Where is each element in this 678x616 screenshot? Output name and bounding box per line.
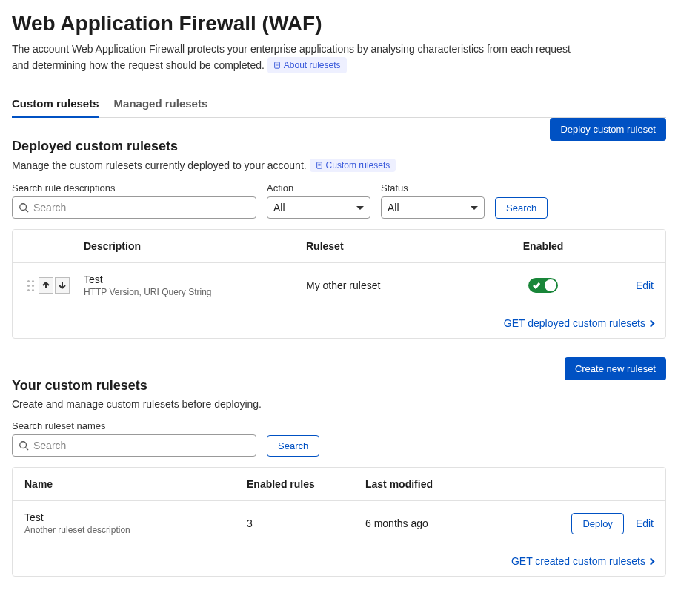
deploy-button[interactable]: Deploy [571,513,623,534]
edit-link[interactable]: Edit [636,279,654,291]
table-row: Test Another ruleset description 3 6 mon… [13,501,665,546]
about-rulesets-label: About rulesets [284,59,341,72]
document-icon [273,62,281,69]
search-ruleset-names-label: Search ruleset names [12,420,256,431]
deployed-desc: Manage the custom rulesets currently dep… [12,159,396,172]
col-description: Description [84,240,306,252]
enabled-toggle[interactable] [528,278,558,293]
row-description-sub: HTTP Version, URI Query String [84,287,306,297]
tab-custom-rulesets[interactable]: Custom rulesets [12,91,99,117]
search-rule-descriptions-input[interactable] [33,202,250,213]
chevron-right-icon [648,557,655,565]
deployed-table: Description Ruleset Enabled Test HTTP Ve… [12,229,666,339]
edit-link[interactable]: Edit [636,517,654,529]
chevron-down-icon [471,206,478,210]
row-last-modified: 6 months ago [365,517,528,529]
col-last-modified: Last modified [365,478,528,490]
col-enabled: Enabled [484,240,602,252]
tabs: Custom rulesets Managed rulesets [12,91,666,118]
svg-line-7 [26,210,29,213]
search-icon [19,440,29,451]
drag-handle[interactable] [24,277,37,294]
search-ruleset-names-input-wrap[interactable] [12,434,256,457]
move-up-button[interactable] [39,277,53,294]
get-deployed-rulesets-label: GET deployed custom rulesets [504,317,645,329]
your-filter-row: Search ruleset names Search [12,420,666,457]
deployed-heading: Deployed custom rulesets [12,139,396,154]
action-filter-value: All [273,202,285,213]
get-created-rulesets-label: GET created custom rulesets [511,555,645,567]
status-filter-select[interactable]: All [381,196,485,219]
status-filter-value: All [388,202,399,213]
your-search-button[interactable]: Search [267,435,319,457]
chevron-down-icon [356,206,364,210]
action-filter-label: Action [267,182,370,193]
col-name: Name [24,478,247,490]
row-enabled-rules: 3 [247,517,365,529]
check-icon [533,282,540,289]
svg-point-8 [20,442,27,448]
deployed-filter-row: Search rule descriptions Action All Stat… [12,182,666,219]
document-icon [316,162,323,169]
status-filter-label: Status [381,182,485,193]
search-rule-descriptions-label: Search rule descriptions [12,182,256,193]
custom-rulesets-badge-label: Custom rulesets [326,160,390,170]
row-ruleset-name: My other ruleset [306,279,484,291]
row-name-sub: Another ruleset description [24,525,247,535]
col-enabled-rules: Enabled rules [247,478,365,490]
row-name-title: Test [24,511,247,523]
your-table: Name Enabled rules Last modified Test An… [12,467,666,577]
arrow-up-icon [42,282,50,289]
search-ruleset-names-input[interactable] [33,440,250,451]
get-created-rulesets-link[interactable]: GET created custom rulesets [511,555,654,567]
custom-rulesets-badge[interactable]: Custom rulesets [310,159,396,172]
search-rule-descriptions-input-wrap[interactable] [12,196,256,219]
tab-managed-rulesets[interactable]: Managed rulesets [114,91,208,117]
deployed-table-head: Description Ruleset Enabled [13,230,665,263]
search-icon [19,202,29,213]
page-title: Web Application Firewall (WAF) [12,12,666,36]
chevron-right-icon [648,319,655,327]
get-deployed-rulesets-link[interactable]: GET deployed custom rulesets [504,317,654,329]
col-ruleset: Ruleset [306,240,484,252]
your-table-head: Name Enabled rules Last modified [13,468,665,501]
your-desc: Create and manage custom rulesets before… [12,398,262,410]
create-new-ruleset-button[interactable]: Create new ruleset [565,357,666,380]
about-rulesets-badge[interactable]: About rulesets [267,57,347,73]
svg-point-6 [20,204,27,211]
action-filter-select[interactable]: All [267,196,370,219]
row-description-title: Test [84,274,306,285]
deployed-desc-text: Manage the custom rulesets currently dep… [12,159,307,171]
svg-line-9 [26,448,29,451]
table-row: Test HTTP Version, URI Query String My o… [13,263,665,308]
move-down-button[interactable] [55,277,70,294]
your-heading: Your custom rulesets [12,378,262,394]
page-subtitle: The account Web Application Firewall pro… [12,42,590,73]
deploy-custom-ruleset-button[interactable]: Deploy custom ruleset [550,118,666,141]
arrow-down-icon [59,282,66,289]
deployed-search-button[interactable]: Search [495,197,548,219]
